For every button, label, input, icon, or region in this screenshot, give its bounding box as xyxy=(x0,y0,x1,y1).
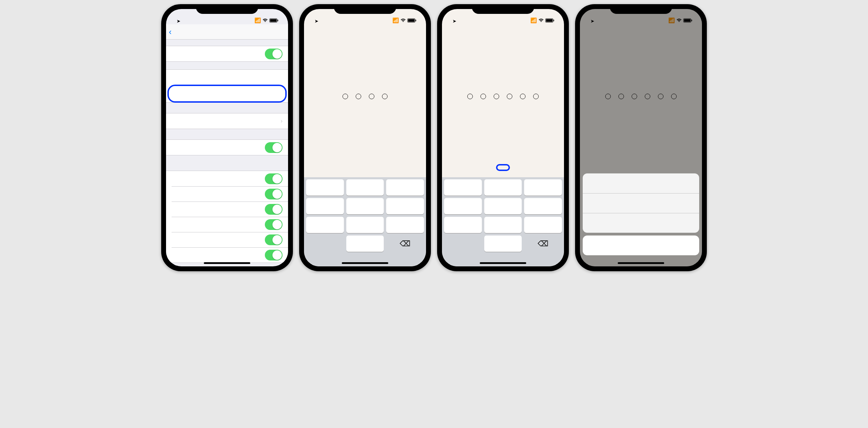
key-delete[interactable]: ⌫ xyxy=(386,236,424,252)
passcode-dot xyxy=(520,94,526,99)
passcode-dot xyxy=(467,94,473,99)
back-button[interactable]: ‹ xyxy=(169,27,171,37)
wifi-icon xyxy=(400,18,406,24)
status-bar: ➤ 📶 xyxy=(166,9,288,24)
turn-passcode-off-row[interactable] xyxy=(166,70,288,85)
key-delete[interactable]: ⌫ xyxy=(524,236,562,252)
key-6[interactable] xyxy=(386,198,424,214)
passcode-dot xyxy=(342,94,348,99)
footer-text xyxy=(166,155,288,163)
attention-aware-row[interactable] xyxy=(166,46,288,61)
option-custom-numeric[interactable] xyxy=(583,193,699,213)
key-5[interactable] xyxy=(484,198,522,214)
key-4[interactable] xyxy=(306,198,344,214)
key-3[interactable] xyxy=(524,179,562,196)
option-4-digit-numeric[interactable] xyxy=(583,213,699,233)
passcode-dots xyxy=(442,94,564,99)
home-indicator[interactable] xyxy=(618,262,664,264)
key-8[interactable] xyxy=(484,217,522,233)
key-5[interactable] xyxy=(346,198,384,214)
screen-new-passcode: ➤ 📶 xyxy=(442,9,564,266)
highlight-ring xyxy=(167,85,287,103)
key-0[interactable] xyxy=(484,236,522,252)
key-7[interactable] xyxy=(444,217,482,233)
signal-icon: 📶 xyxy=(530,17,537,24)
screen-old-passcode: ➤ 📶 ⌫ xyxy=(304,9,426,266)
key-blank xyxy=(306,236,344,252)
key-9[interactable] xyxy=(386,217,424,233)
siri-row[interactable] xyxy=(166,217,288,232)
option-custom-alphanumeric[interactable] xyxy=(583,173,699,193)
signal-icon: 📶 xyxy=(254,17,261,24)
svg-rect-8 xyxy=(554,19,554,21)
sheet-cancel-button[interactable] xyxy=(583,236,699,255)
status-bar: ➤ 📶 xyxy=(304,9,426,24)
svg-rect-5 xyxy=(416,19,416,21)
key-8[interactable] xyxy=(346,217,384,233)
home-indicator[interactable] xyxy=(204,262,250,264)
key-9[interactable] xyxy=(524,217,562,233)
wifi-icon xyxy=(262,18,268,24)
sheet-options-group xyxy=(583,173,699,233)
phone-frame: ➤ 📶 xyxy=(575,4,707,271)
screen-passcode-options: ➤ 📶 xyxy=(580,9,702,266)
key-1[interactable] xyxy=(444,179,482,196)
settings-content[interactable]: › xyxy=(166,40,288,266)
key-2[interactable] xyxy=(346,179,384,196)
signal-icon: 📶 xyxy=(392,17,399,24)
toggle-on[interactable] xyxy=(265,219,283,230)
notification-center-row[interactable] xyxy=(166,186,288,202)
toggle-on[interactable] xyxy=(265,204,283,215)
home-control-row[interactable] xyxy=(166,247,288,263)
voice-dial-row[interactable] xyxy=(166,140,288,155)
key-3[interactable] xyxy=(386,179,424,196)
nav-bar: ‹ xyxy=(166,24,288,40)
passcode-dot xyxy=(494,94,499,99)
number-keypad: ⌫ xyxy=(442,177,564,254)
chevron-left-icon: ‹ xyxy=(169,27,172,37)
svg-rect-2 xyxy=(278,19,278,21)
change-passcode-row[interactable] xyxy=(169,86,285,101)
toggle-on[interactable] xyxy=(265,189,283,199)
svg-rect-7 xyxy=(546,19,553,22)
status-bar: ➤ 📶 xyxy=(442,9,564,24)
footer-text xyxy=(166,62,288,69)
key-6[interactable] xyxy=(524,198,562,214)
key-1[interactable] xyxy=(306,179,344,196)
passcode-dot xyxy=(533,94,539,99)
passcode-dot xyxy=(480,94,486,99)
key-2[interactable] xyxy=(484,179,522,196)
location-icon: ➤ xyxy=(177,19,180,24)
control-center-row[interactable] xyxy=(166,202,288,217)
number-keypad: ⌫ xyxy=(304,177,426,254)
passcode-dot xyxy=(369,94,374,99)
section-header xyxy=(166,163,288,171)
key-4[interactable] xyxy=(444,198,482,214)
toggle-on[interactable] xyxy=(265,250,283,260)
phone-frame: ➤ 📶 ⌫ xyxy=(299,4,431,271)
passcode-options-button[interactable] xyxy=(496,164,510,171)
passcode-dots xyxy=(304,94,426,99)
battery-icon xyxy=(269,18,278,24)
wifi-icon xyxy=(538,18,544,24)
toggle-on[interactable] xyxy=(265,173,283,184)
key-0[interactable] xyxy=(346,236,384,252)
nav-bar xyxy=(442,24,564,40)
require-passcode-row[interactable]: › xyxy=(166,113,288,129)
toggle-on[interactable] xyxy=(265,142,283,153)
battery-icon xyxy=(545,18,554,24)
screen-settings: ➤ 📶 ‹ › xyxy=(166,9,288,266)
toggle-on[interactable] xyxy=(265,234,283,245)
key-7[interactable] xyxy=(306,217,344,233)
passcode-dot xyxy=(382,94,388,99)
today-view-row[interactable] xyxy=(166,171,288,186)
passcode-content: ⌫ xyxy=(304,40,426,266)
toggle-on[interactable] xyxy=(265,49,283,59)
reply-message-row[interactable] xyxy=(166,232,288,247)
nav-bar xyxy=(304,24,426,40)
svg-rect-1 xyxy=(270,19,277,22)
chevron-right-icon: › xyxy=(281,118,283,124)
delete-icon: ⌫ xyxy=(538,239,548,248)
home-indicator[interactable] xyxy=(480,262,526,264)
home-indicator[interactable] xyxy=(342,262,388,264)
